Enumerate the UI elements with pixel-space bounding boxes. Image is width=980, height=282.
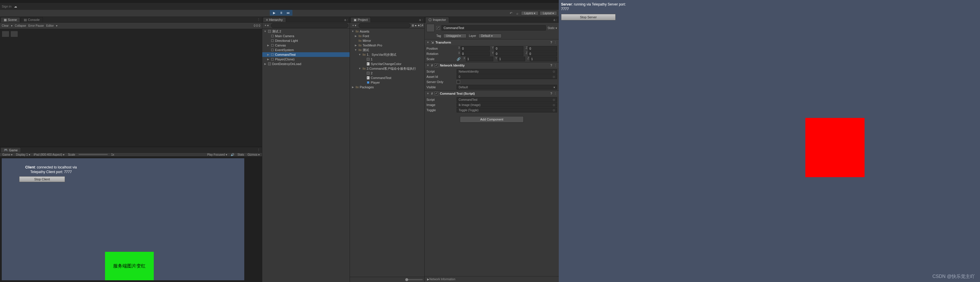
hierarchy-tree[interactable]: ▼测试 2Main CameraDirectional Light▶Canvas… <box>262 29 350 282</box>
panel-menu-icon[interactable]: a : <box>417 18 425 21</box>
create-dropdown[interactable]: + ▾ <box>351 24 358 27</box>
y-field[interactable]: 1 <box>498 57 525 61</box>
foldout-icon[interactable]: ▶ <box>354 44 358 47</box>
lock-icon[interactable]: 🔗 <box>457 57 461 61</box>
y-field[interactable]: 0 <box>494 51 523 56</box>
foldout-icon[interactable]: ▼ <box>426 92 430 95</box>
component-menu-icon[interactable]: ⋮ <box>554 64 557 67</box>
foldout-icon[interactable]: ▶ <box>266 44 270 47</box>
x-field[interactable]: 0 <box>461 51 490 56</box>
layout-dropdown[interactable]: Layout ▾ <box>539 11 557 15</box>
layer-dropdown[interactable]: Default ▾ <box>478 34 502 38</box>
panel-menu-icon[interactable]: a : <box>552 18 559 21</box>
scene-view[interactable] <box>0 29 262 147</box>
project-filter-icons[interactable]: ⊞ ● ★14 <box>412 24 423 27</box>
search-icon[interactable]: ⌕ <box>515 11 520 15</box>
tree-item[interactable]: ▼测试 2 <box>262 29 350 34</box>
clear-button[interactable]: Clear <box>2 24 9 27</box>
icon-size-slider[interactable] <box>405 279 423 280</box>
object-field[interactable]: Toggle (Toggle)⊙ <box>457 108 557 112</box>
tree-item[interactable]: Player <box>350 80 425 85</box>
stop-client-button[interactable]: Stop Client <box>19 176 65 182</box>
tree-item[interactable]: 1 <box>350 57 425 62</box>
game-view[interactable]: Client: connected to localhost via Telep… <box>2 158 244 280</box>
collapse-toggle[interactable]: Collapse <box>15 24 26 27</box>
inspector-tab[interactable]: ⓘ Inspector <box>425 17 449 22</box>
tree-item[interactable]: ▶Packages <box>350 85 425 90</box>
gizmos-dropdown[interactable]: Gizmos ▾ <box>247 153 260 156</box>
component-menu-icon[interactable]: ⋮ <box>554 41 557 45</box>
network-info-foldout[interactable]: ▶ Network Information <box>425 276 559 282</box>
tree-item[interactable]: ▶Player(Clone) <box>262 57 350 62</box>
active-checkbox[interactable] <box>436 26 440 30</box>
x-field[interactable]: 0 <box>461 46 490 51</box>
play-button[interactable]: ▶ <box>271 10 277 15</box>
stop-server-button[interactable]: Stop Server <box>561 14 616 20</box>
foldout-icon[interactable]: ▶ <box>351 86 355 88</box>
z-field[interactable]: 1 <box>530 57 557 61</box>
y-field[interactable]: 0 <box>494 46 523 51</box>
layers-dropdown[interactable]: Layers ▾ <box>521 11 538 15</box>
tree-item[interactable]: ▶DontDestroyOnLoad <box>262 62 350 66</box>
foldout-icon[interactable]: ▼ <box>358 67 361 70</box>
project-tab[interactable]: ▣ Project <box>350 17 371 22</box>
foldout-icon[interactable]: ▼ <box>426 64 430 67</box>
foldout-icon[interactable]: ▶ <box>266 58 270 61</box>
z-field[interactable]: 0 <box>528 51 557 56</box>
project-search[interactable] <box>359 23 410 28</box>
enabled-checkbox[interactable] <box>434 64 438 67</box>
x-field[interactable]: 1 <box>466 57 493 61</box>
object-field[interactable]: lk Image (Image)⊙ <box>457 103 557 107</box>
game-mode-dropdown[interactable]: Game ▾ <box>2 153 13 156</box>
tree-item[interactable]: EventSystem <box>262 48 350 52</box>
aspect-dropdown[interactable]: iPad (800:400 Aspect) ▾ <box>33 153 64 156</box>
tree-item[interactable]: Mirror <box>350 38 425 43</box>
foldout-icon[interactable]: ▶ <box>266 53 270 56</box>
tree-item[interactable]: #CommandTest <box>350 75 425 80</box>
console-tab[interactable]: ▤ Console <box>21 17 43 22</box>
help-icon[interactable]: ? <box>550 41 552 44</box>
step-button[interactable]: ⏭ <box>285 10 291 15</box>
pause-button[interactable]: ⏸ <box>278 10 284 15</box>
tool-button[interactable] <box>10 31 18 37</box>
object-field[interactable]: 0⊙ <box>457 74 557 79</box>
tree-item[interactable]: ▶TextMesh Pro <box>350 43 425 48</box>
foldout-icon[interactable]: ▼ <box>426 41 430 44</box>
foldout-icon[interactable]: ▼ <box>358 53 361 56</box>
panel-menu-icon[interactable]: a : <box>343 18 350 21</box>
z-field[interactable]: 0 <box>528 46 557 51</box>
project-tree[interactable]: ▼Assets▶FontMirror▶TextMesh Pro▼测试▼1、Syn… <box>350 29 425 277</box>
create-dropdown[interactable]: + ▾ <box>263 24 270 27</box>
help-icon[interactable]: ? <box>550 92 552 95</box>
display-dropdown[interactable]: Display 1 ▾ <box>16 153 30 156</box>
undo-icon[interactable]: ↶ <box>508 11 514 15</box>
tree-item[interactable]: ▼2.Command客户端命令服务端执行 <box>350 66 425 71</box>
editor-dropdown[interactable]: Editor <box>46 24 54 27</box>
tree-item[interactable]: ▶CommandTest <box>262 52 350 57</box>
foldout-icon[interactable]: ▶ <box>263 62 267 65</box>
server-game-window[interactable]: Server: running via Telepathy Server por… <box>559 0 980 282</box>
help-icon[interactable]: ? <box>550 64 552 67</box>
mute-icon[interactable]: 🔊 <box>231 153 234 156</box>
enabled-checkbox[interactable] <box>434 92 438 95</box>
stats-toggle[interactable]: Stats <box>238 153 244 156</box>
foldout-icon[interactable]: ▶ <box>354 35 358 37</box>
game-tab[interactable]: 🎮 Game <box>1 147 21 152</box>
tree-item[interactable]: Directional Light <box>262 38 350 43</box>
tree-item[interactable]: ▶Font <box>350 34 425 38</box>
green-image-button[interactable]: 服务端图片变红 <box>105 252 154 280</box>
add-component-button[interactable]: Add Component <box>460 116 523 123</box>
tool-button[interactable] <box>2 31 9 37</box>
dropdown[interactable]: Default ▾ <box>457 85 557 90</box>
panel-menu-icon[interactable]: ⋮ <box>255 18 262 21</box>
tag-dropdown[interactable]: Untagged ▾ <box>443 34 466 38</box>
play-focused-dropdown[interactable]: Play Focused ▾ <box>207 153 227 156</box>
scene-tab[interactable]: ▦ Scene <box>1 17 20 22</box>
tree-item[interactable]: Main Camera <box>262 34 350 38</box>
checkbox[interactable] <box>457 80 460 83</box>
component-menu-icon[interactable]: ⋮ <box>554 92 557 96</box>
foldout-icon[interactable]: ▼ <box>354 48 358 51</box>
gameobject-name-field[interactable] <box>442 25 546 30</box>
foldout-icon[interactable]: ▼ <box>263 30 267 33</box>
tree-item[interactable]: #SyncVarChangeColor <box>350 62 425 66</box>
